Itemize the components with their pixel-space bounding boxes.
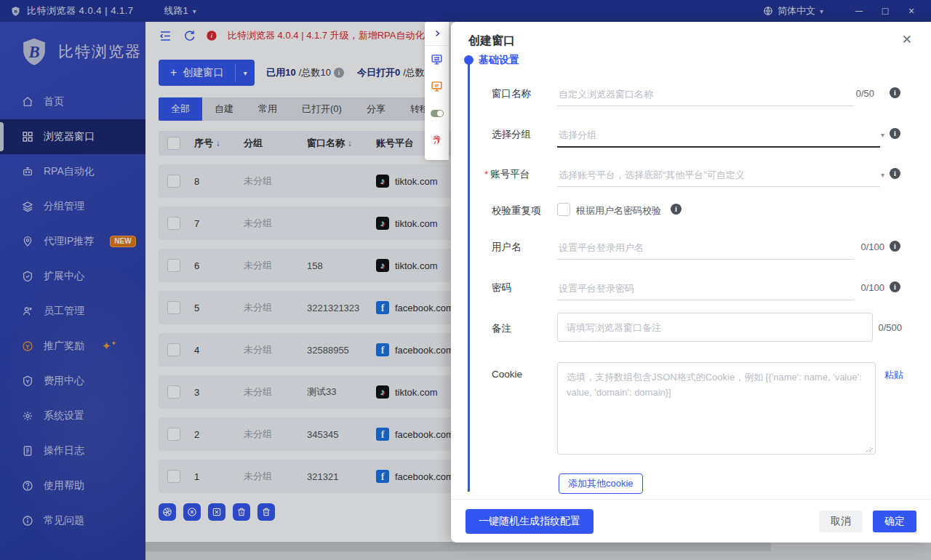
cookie-field[interactable]	[557, 362, 876, 455]
platform-select-input[interactable]	[557, 169, 883, 181]
cookie-textarea[interactable]	[558, 363, 875, 454]
create-window-modal: 创建窗口 ✕ 基础设置 窗口名称 0/50 i 选择分组 ▾ i *账号平台 ▾…	[451, 22, 931, 543]
section-step-line	[468, 64, 470, 492]
password-counter: 0/100	[860, 282, 884, 293]
password-field[interactable]	[557, 281, 854, 300]
info-icon[interactable]: i	[890, 87, 900, 98]
add-cookie-button[interactable]: 添加其他cookie	[559, 473, 643, 494]
toggle-icon[interactable]	[425, 100, 449, 127]
window-sync-icon[interactable]	[425, 46, 449, 73]
username-label: 用户名	[492, 241, 522, 254]
modal-footer: 一键随机生成指纹配置 取消 确定	[451, 499, 931, 543]
ip-monitor-icon[interactable]: IP	[425, 73, 449, 100]
drawer-side-toolbar: IP	[425, 22, 449, 160]
platform-label: *账号平台	[484, 168, 530, 181]
cancel-button[interactable]: 取消	[819, 511, 863, 532]
group-label: 选择分组	[492, 128, 531, 141]
remark-label: 备注	[492, 322, 511, 335]
info-icon[interactable]: i	[890, 168, 900, 179]
window-name-label: 窗口名称	[492, 87, 531, 100]
section-title: 基础设置	[479, 54, 519, 67]
generate-fingerprint-button[interactable]: 一键随机生成指纹配置	[466, 509, 594, 534]
window-name-field[interactable]	[557, 87, 854, 106]
modal-title: 创建窗口	[468, 33, 515, 49]
info-icon[interactable]: i	[671, 204, 682, 215]
group-select[interactable]	[557, 128, 880, 148]
svg-text:IP: IP	[435, 84, 439, 88]
platform-select[interactable]	[557, 168, 880, 187]
resize-handle-icon[interactable]	[866, 445, 873, 452]
remark-field[interactable]	[557, 313, 873, 342]
collapse-drawer-icon[interactable]	[425, 22, 449, 45]
confirm-button[interactable]: 确定	[873, 511, 916, 532]
dup-check-checkbox[interactable]	[557, 203, 570, 216]
group-select-input[interactable]	[557, 129, 883, 141]
username-field[interactable]	[557, 241, 854, 260]
password-input[interactable]	[557, 282, 857, 295]
app-window: B 比特浏览器 4.0.4 | 4.1.7 线路1▾ 简体中文 ▾ ─ □ × …	[0, 0, 931, 560]
chevron-down-icon: ▾	[881, 131, 884, 139]
remark-input[interactable]	[558, 313, 872, 341]
required-asterisk: *	[484, 169, 488, 180]
info-icon[interactable]: i	[890, 241, 900, 252]
chevron-down-icon: ▾	[881, 171, 884, 179]
window-name-input[interactable]	[557, 88, 857, 100]
dup-check-label: 校验重复项	[492, 204, 541, 217]
dup-check-checkbox-label: 根据用户名密码校验	[576, 204, 661, 217]
cookie-label: Cookie	[492, 369, 522, 380]
paste-link[interactable]: 粘贴	[884, 369, 903, 382]
username-input[interactable]	[557, 241, 857, 254]
username-counter: 0/100	[860, 241, 884, 252]
close-icon[interactable]: ✕	[902, 32, 912, 47]
info-icon[interactable]: i	[890, 281, 900, 292]
password-label: 密码	[492, 281, 511, 295]
info-icon[interactable]: i	[890, 128, 900, 139]
remark-counter: 0/500	[878, 322, 902, 333]
window-name-counter: 0/50	[856, 88, 874, 99]
fingerprint-icon[interactable]	[425, 127, 449, 153]
